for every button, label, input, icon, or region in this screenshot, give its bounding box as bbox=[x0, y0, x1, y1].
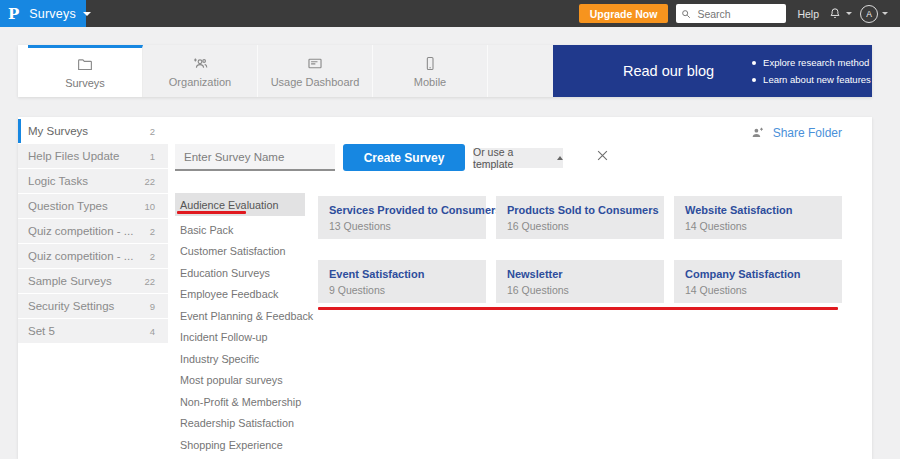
top-bar: P Surveys Upgrade Now Help A bbox=[0, 0, 900, 27]
upgrade-now-button[interactable]: Upgrade Now bbox=[579, 4, 669, 23]
category-incident-follow-up[interactable]: Incident Follow-up bbox=[175, 327, 305, 349]
template-cards: Services Provided to Consumers13 Questio… bbox=[318, 196, 842, 303]
template-card-title: Products Sold to Consumers bbox=[507, 204, 653, 216]
category-non-profit-membership[interactable]: Non-Profit & Membership bbox=[175, 391, 305, 413]
product-switcher-label: Surveys bbox=[29, 7, 76, 21]
category-customer-satisfaction[interactable]: Customer Satisfaction bbox=[175, 241, 305, 263]
use-template-label: Or use a template bbox=[473, 146, 549, 170]
category-basic-pack[interactable]: Basic Pack bbox=[175, 219, 305, 241]
sidebar-item-security-settings-7[interactable]: Security Settings9 bbox=[18, 294, 168, 318]
sidebar-item-count: 4 bbox=[150, 326, 155, 337]
template-card-questions: 9 Questions bbox=[329, 284, 475, 296]
template-card-title: Event Satisfaction bbox=[329, 268, 475, 280]
proprofs-logo-icon: P bbox=[8, 5, 19, 23]
sidebar-item-label: Security Settings bbox=[28, 300, 150, 312]
bell-icon bbox=[828, 6, 842, 21]
category-education-surveys[interactable]: Education Surveys bbox=[175, 262, 305, 284]
avatar: A bbox=[860, 5, 878, 23]
mobile-icon bbox=[422, 55, 438, 72]
sidebar-item-sample-surveys-6[interactable]: Sample Surveys22 bbox=[18, 269, 168, 293]
tab-organization[interactable]: Organization bbox=[143, 45, 258, 97]
chevron-down-icon bbox=[846, 12, 852, 15]
close-template-button[interactable] bbox=[595, 148, 610, 163]
template-card-questions: 13 Questions bbox=[329, 220, 475, 232]
chevron-down-icon bbox=[882, 12, 888, 15]
tab-label: Organization bbox=[169, 76, 231, 88]
use-template-toggle[interactable]: Or use a template bbox=[473, 148, 563, 168]
template-categories: Audience EvaluationBasic PackCustomer Sa… bbox=[175, 193, 305, 459]
search-box[interactable] bbox=[676, 4, 786, 23]
organization-icon bbox=[190, 55, 210, 72]
template-card-event-satisfaction[interactable]: Event Satisfaction9 Questions bbox=[318, 260, 486, 303]
template-card-questions: 14 Questions bbox=[685, 284, 831, 296]
sidebar-item-my-surveys-0[interactable]: My Surveys2 bbox=[18, 119, 168, 143]
sidebar-item-label: Set 5 bbox=[28, 325, 150, 337]
sidebar-item-label: My Surveys bbox=[28, 125, 150, 137]
sidebar-item-count: 2 bbox=[150, 251, 155, 262]
sidebar-item-label: Quiz competition - ... bbox=[28, 225, 150, 237]
category-testing-new-products-services[interactable]: Testing New Products & Services bbox=[175, 456, 305, 459]
template-card-questions: 16 Questions bbox=[507, 220, 653, 232]
blog-banner[interactable]: Read our blog Explore research method Le… bbox=[553, 45, 872, 97]
sidebar-item-count: 10 bbox=[144, 201, 155, 212]
chevron-up-icon bbox=[557, 156, 563, 160]
category-employee-feedback[interactable]: Employee Feedback bbox=[175, 284, 305, 306]
share-folder-button[interactable]: Share Folder bbox=[741, 126, 842, 140]
template-card-products-sold-to-consumers[interactable]: Products Sold to Consumers16 Questions bbox=[496, 196, 664, 239]
annotation-underline-category bbox=[177, 211, 246, 214]
blog-bullet: Learn about new features bbox=[752, 71, 871, 88]
share-person-icon bbox=[749, 126, 765, 140]
category-most-popular-surveys[interactable]: Most popular surveys bbox=[175, 370, 305, 392]
sidebar-item-quiz-competition-4[interactable]: Quiz competition - ...2 bbox=[18, 219, 168, 243]
sidebar-item-help-files-update-1[interactable]: Help Files Update1 bbox=[18, 144, 168, 168]
sidebar-item-count: 2 bbox=[150, 226, 155, 237]
sidebar-item-count: 22 bbox=[144, 176, 155, 187]
tab-inset bbox=[18, 45, 28, 97]
template-card-questions: 14 Questions bbox=[685, 220, 831, 232]
primary-tab-bar: Surveys Organization Usage Dashboard Mob… bbox=[18, 45, 872, 97]
template-card-title: Website Satisfaction bbox=[685, 204, 831, 216]
brand-area[interactable]: P Surveys bbox=[0, 0, 86, 27]
help-link[interactable]: Help bbox=[797, 8, 819, 20]
sidebar-item-label: Question Types bbox=[28, 200, 144, 212]
sidebar-item-set-5-8[interactable]: Set 54 bbox=[18, 319, 168, 343]
tab-usage-dashboard[interactable]: Usage Dashboard bbox=[258, 45, 373, 97]
tab-label: Mobile bbox=[414, 76, 446, 88]
main-panel: Share Folder My Surveys2Help Files Updat… bbox=[18, 117, 872, 459]
tab-surveys[interactable]: Surveys bbox=[28, 45, 143, 97]
sidebar-item-count: 1 bbox=[150, 151, 155, 162]
account-menu[interactable]: A bbox=[860, 5, 888, 23]
category-shopping-experience[interactable]: Shopping Experience bbox=[175, 434, 305, 456]
category-event-planning-feedback[interactable]: Event Planning & Feedback bbox=[175, 305, 305, 327]
notifications-menu[interactable] bbox=[828, 6, 852, 21]
sidebar-item-count: 9 bbox=[150, 301, 155, 312]
sidebar-item-quiz-competition-5[interactable]: Quiz competition - ...2 bbox=[18, 244, 168, 268]
template-card-newsletter[interactable]: Newsletter16 Questions bbox=[496, 260, 664, 303]
survey-name-input[interactable] bbox=[175, 144, 335, 171]
blog-title: Read our blog bbox=[623, 63, 714, 79]
sidebar-item-logic-tasks-2[interactable]: Logic Tasks22 bbox=[18, 169, 168, 193]
search-icon bbox=[681, 9, 691, 19]
template-card-company-satisfaction[interactable]: Company Satisfaction14 Questions bbox=[674, 260, 842, 303]
sidebar-item-question-types-3[interactable]: Question Types10 bbox=[18, 194, 168, 218]
share-folder-label: Share Folder bbox=[773, 126, 842, 140]
template-card-services-provided-to-consumers[interactable]: Services Provided to Consumers13 Questio… bbox=[318, 196, 486, 239]
folder-icon bbox=[76, 56, 94, 73]
tab-filler bbox=[488, 45, 553, 97]
tab-label: Usage Dashboard bbox=[271, 76, 360, 88]
dashboard-icon bbox=[306, 55, 324, 72]
template-card-website-satisfaction[interactable]: Website Satisfaction14 Questions bbox=[674, 196, 842, 239]
create-survey-button[interactable]: Create Survey bbox=[343, 144, 465, 171]
template-card-title: Company Satisfaction bbox=[685, 268, 831, 280]
sidebar-item-label: Help Files Update bbox=[28, 150, 150, 162]
category-industry-specific[interactable]: Industry Specific bbox=[175, 348, 305, 370]
sidebar-item-label: Sample Surveys bbox=[28, 275, 144, 287]
tab-mobile[interactable]: Mobile bbox=[373, 45, 488, 97]
annotation-underline-cards bbox=[318, 307, 838, 310]
search-input[interactable] bbox=[695, 7, 779, 21]
sidebar-item-count: 2 bbox=[150, 126, 155, 137]
tab-label: Surveys bbox=[65, 77, 105, 89]
blog-bullet: Explore research method bbox=[752, 54, 871, 71]
chevron-down-icon bbox=[83, 12, 91, 16]
category-readership-satisfaction[interactable]: Readership Satisfaction bbox=[175, 413, 305, 435]
